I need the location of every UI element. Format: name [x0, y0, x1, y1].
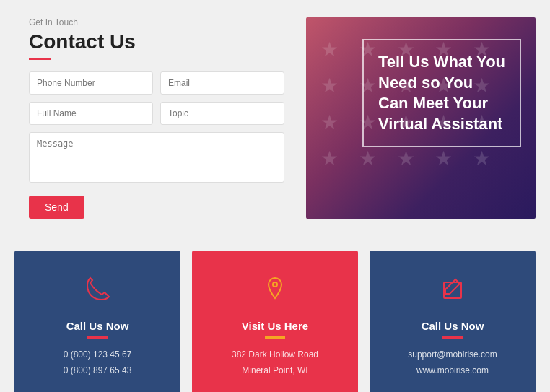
phone-input[interactable]	[29, 71, 153, 95]
card-3-title: Call Us Now	[422, 320, 484, 332]
top-section: Get In Touch Contact Us Send Tell Us Wha…	[0, 0, 550, 236]
card-email-us: Call Us Now support@mobirise.com www.mob…	[370, 251, 536, 392]
form-row-1	[29, 71, 284, 95]
hero-text-box: Tell Us What You Need so You Can Meet Yo…	[362, 39, 521, 147]
topic-input[interactable]	[160, 102, 284, 125]
message-textarea[interactable]	[29, 132, 284, 183]
title-underline	[29, 58, 51, 60]
location-icon	[258, 272, 292, 310]
hero-image: Tell Us What You Need so You Can Meet Yo…	[306, 17, 536, 219]
card-2-line	[265, 336, 285, 339]
phone-icon	[80, 272, 115, 310]
card-1-info: 0 (800) 123 45 67 0 (800) 897 65 43	[64, 347, 132, 378]
edit-icon	[435, 272, 470, 310]
card-3-info: support@mobirise.com www.mobirise.com	[408, 347, 497, 378]
hero-text: Tell Us What You Need so You Can Meet Yo…	[378, 52, 505, 134]
card-2-title: Visit Us Here	[242, 320, 308, 332]
card-visit-us: Visit Us Here 382 Dark Hollow Road Miner…	[192, 251, 358, 392]
send-button[interactable]: Send	[29, 196, 84, 219]
card-3-line	[442, 336, 463, 339]
card-1-title: Call Us Now	[66, 320, 129, 332]
card-call-us: Call Us Now 0 (800) 123 45 67 0 (800) 89…	[14, 251, 180, 392]
form-row-2	[29, 102, 284, 125]
contact-form-area: Get In Touch Contact Us Send	[29, 17, 292, 219]
svg-point-0	[273, 282, 277, 287]
page-title: Contact Us	[29, 30, 284, 53]
card-1-line	[87, 336, 108, 339]
fullname-input[interactable]	[29, 102, 153, 125]
cards-section: Call Us Now 0 (800) 123 45 67 0 (800) 89…	[0, 236, 550, 392]
card-2-info: 382 Dark Hollow Road Mineral Point, WI	[232, 347, 318, 378]
email-input[interactable]	[160, 71, 284, 95]
get-in-touch-label: Get In Touch	[29, 17, 284, 27]
